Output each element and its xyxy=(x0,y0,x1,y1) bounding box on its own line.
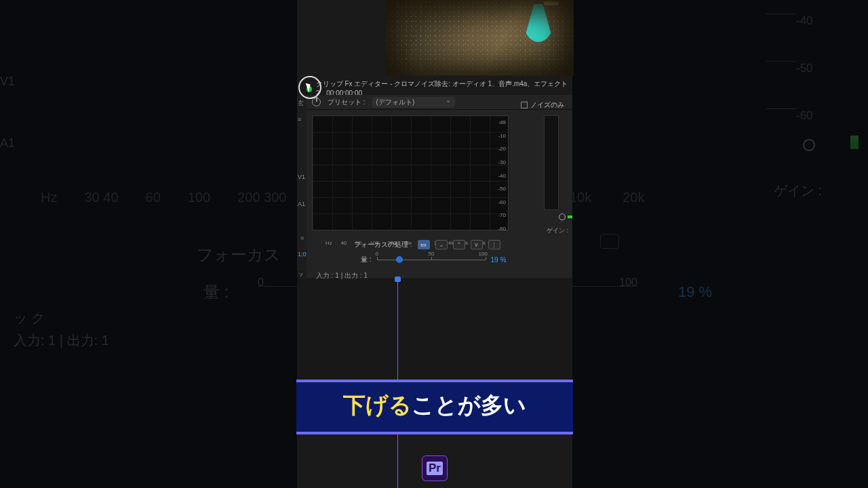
chromatic-noise-editor-panel: プリセット : (デフォルト) dB -10 -20 -30 -40 -50 -… xyxy=(307,95,572,278)
amount-label: 量 : xyxy=(361,255,372,264)
power-toggle-icon[interactable] xyxy=(312,98,321,106)
caption-rest: ことが多い xyxy=(412,392,526,418)
focus-shape-dip-button[interactable]: ⌄ xyxy=(435,240,448,249)
bg-processing-io: ッ ク 入力: 1 | 出力: 1 xyxy=(14,305,109,350)
bg-gain-knob xyxy=(803,139,815,151)
bg-audio-meter: -40 -50 -60 xyxy=(766,7,821,156)
amount-value[interactable]: 19 % xyxy=(491,256,507,264)
focus-label: フォーカスの処理 : xyxy=(354,240,412,249)
bg-meter-level xyxy=(850,136,859,149)
bg-hz-scale: Hz 30 40 60 100 200 300 xyxy=(41,190,286,205)
fx-editor-titlebar[interactable]: クリップ Fx エディター - クロマノイズ除去: オーディオ 1、音声.m4a… xyxy=(307,83,572,95)
tutorial-center-column: クリップ Fx エディター - クロマノイズ除去: オーディオ 1、音声.m4a… xyxy=(297,0,572,488)
gain-knob-icon[interactable] xyxy=(559,214,566,220)
hz-unit: Hz xyxy=(41,190,57,205)
gain-label: ゲイン : xyxy=(547,226,568,235)
panel-left-strip: 玄 ≡ ≡ 1;0 V1 A1 ック xyxy=(297,95,307,271)
gain-led-icon xyxy=(568,216,572,218)
timeline-area[interactable] xyxy=(297,279,572,381)
amount-slider-thumb[interactable] xyxy=(396,256,403,263)
spectrum-y-ticks: dB -10 -20 -30 -40 -50 -60 -70 -80 xyxy=(487,119,506,232)
gain-meter xyxy=(544,115,559,210)
focus-shape-flat-button[interactable]: ▭ xyxy=(418,240,430,249)
focus-shape-bump-button[interactable]: ⌃ xyxy=(453,240,465,249)
timecode-display[interactable]: 1;0 xyxy=(297,247,307,262)
amount-slider[interactable]: 0 50 100 xyxy=(377,255,486,264)
bg-focus-shape-button xyxy=(600,234,619,249)
focus-shape-sback-button[interactable]: ⎰ xyxy=(488,240,500,249)
track-v1-label: V1 xyxy=(0,75,15,89)
amount-row: 量 : 0 50 100 19 % xyxy=(361,255,564,264)
track-a1-label: A1 xyxy=(0,136,15,150)
bg-amount-label: 量 : xyxy=(203,281,229,303)
checkbox-icon[interactable] xyxy=(521,102,528,108)
tutorial-caption: 下げることが多い xyxy=(296,380,573,434)
caption-highlight: 下げる xyxy=(343,392,412,418)
focus-shape-vee-button[interactable]: ∨ xyxy=(471,240,483,249)
bg-focus-label: フォーカス xyxy=(197,244,281,266)
cursor-highlight-icon xyxy=(298,76,321,99)
frequency-spectrum-display[interactable] xyxy=(312,115,509,230)
focus-processing-row: フォーカスの処理 : ▭ ⌄ ⌃ ∨ ⎰ xyxy=(354,240,500,249)
bg-amount-value: 19 % xyxy=(678,283,712,301)
bg-track-labels: V1 A1 xyxy=(0,75,15,198)
preset-dropdown[interactable]: (デフォルト) xyxy=(372,97,456,108)
premiere-pro-logo-icon: Pr xyxy=(422,455,448,481)
noise-only-checkbox[interactable]: ノイズのみ xyxy=(521,100,564,110)
program-monitor-preview xyxy=(385,0,574,76)
preset-label: プリセット : xyxy=(328,98,366,107)
bg-gain-label: ゲイン : xyxy=(774,182,822,200)
